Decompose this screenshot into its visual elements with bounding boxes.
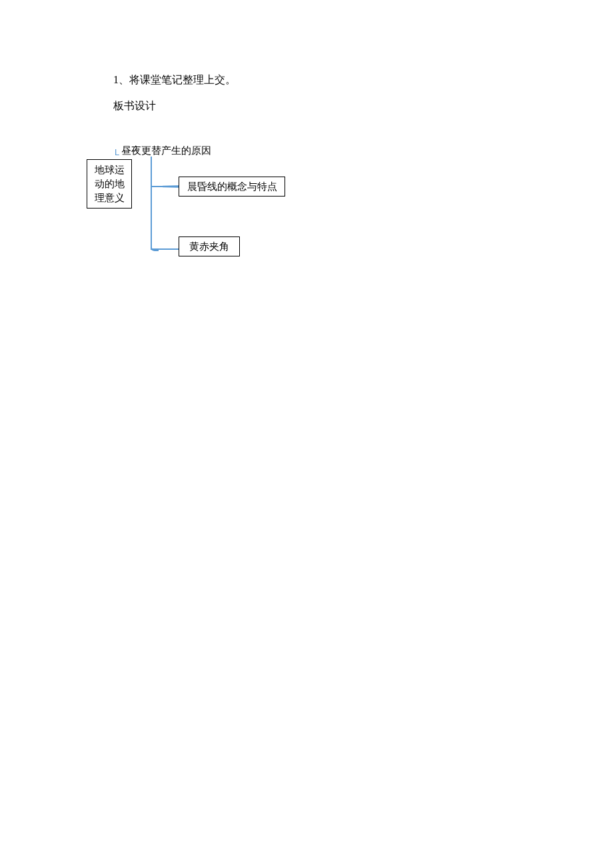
diagram-mid-box: 晨昏线的概念与特点 (179, 177, 285, 197)
diagram-bottom-box: 黄赤夹角 (179, 236, 240, 256)
corner-mark-icon: L (115, 147, 119, 157)
diagram-container: L 昼夜更替产生的原因 地球运动的地理意义 晨昏线的概念与特点 黄赤夹角 (87, 143, 353, 276)
connector-dash-icon (163, 185, 179, 188)
connector-elbow-icon (151, 243, 159, 251)
text-line-1: 1、将课堂笔记整理上交。 (113, 73, 236, 87)
text-line-2: 板书设计 (113, 99, 236, 113)
connector-to-bottom (151, 248, 179, 250)
connector-vertical (151, 157, 152, 250)
diagram-left-box: 地球运动的地理意义 (87, 159, 132, 209)
diagram-top-label: 昼夜更替产生的原因 (121, 145, 211, 157)
